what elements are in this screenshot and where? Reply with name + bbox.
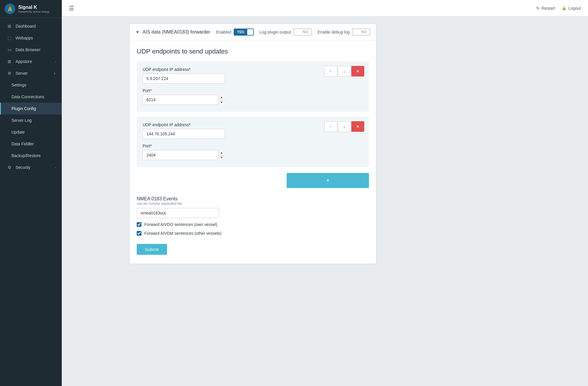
nmea-title: NMEA 0183 Events	[137, 196, 369, 202]
nmea-subtitle: can be comma separated list	[137, 202, 369, 206]
sidebar-item-data-fiddler[interactable]: Data Fiddler	[0, 138, 62, 150]
move-up-button-1[interactable]: ↑	[324, 66, 337, 76]
dashboard-icon: ⊞	[7, 24, 12, 29]
checkbox-aivdm[interactable]	[137, 231, 141, 236]
endpoint-block-2: ↑ ↓ ✕ UDP endpoint IP address* Port*	[137, 117, 369, 167]
section-title: UDP endpoints to send updates	[137, 48, 369, 55]
checkbox-aivdm-label: Forward AIVDM sentences (other vessels)	[144, 231, 221, 236]
delete-button-1[interactable]: ✕	[351, 66, 364, 76]
debug-toggle-group: Enable debug log NO	[318, 29, 370, 36]
log-plugin-label: Log plugin output	[260, 30, 291, 34]
enabled-label: Enabled	[216, 30, 231, 34]
sidebar-item-data-browser[interactable]: ▭ Data Browser	[0, 44, 62, 56]
sidebar: Signal K Powered by victron energy ⊞ Das…	[0, 0, 62, 386]
port-up-2[interactable]: ▲	[218, 150, 225, 155]
sidebar-item-label: Update	[11, 130, 25, 134]
endpoint-controls-1: ↑ ↓ ✕	[324, 66, 364, 76]
sidebar-nav: ⊞ Dashboard ⬚ Webapps ▭ Data Browser ⊠ A…	[0, 18, 62, 386]
ip-input-2[interactable]	[143, 129, 225, 139]
sidebar-item-label: Server	[16, 71, 28, 76]
sidebar-item-label: Server Log	[11, 118, 31, 123]
delete-button-2[interactable]: ✕	[351, 121, 364, 132]
sidebar-item-server-log[interactable]: Server Log	[0, 114, 62, 126]
sidebar-item-update[interactable]: Update	[0, 126, 62, 138]
app-title: Signal K	[18, 4, 50, 10]
enabled-toggle-group: Enabled YES	[216, 29, 253, 36]
webapps-icon: ⬚	[7, 36, 12, 40]
add-endpoint-button[interactable]: +	[287, 173, 369, 188]
checkbox-aivdo-row[interactable]: Forward AIVDO sentences (own vessel)	[137, 222, 369, 227]
collapse-icon[interactable]: ▼	[136, 30, 140, 34]
submit-button[interactable]: Submit	[137, 244, 167, 255]
security-chevron-icon: ›	[55, 166, 56, 169]
add-btn-row: +	[137, 172, 369, 188]
server-icon: ⚙	[7, 71, 12, 76]
sidebar-item-label: Settings	[11, 83, 26, 87]
sidebar-item-plugin-config[interactable]: Plugin Config	[0, 103, 62, 114]
nmea-events-input[interactable]	[137, 208, 219, 218]
port-spinners-1: ▲ ▼	[218, 95, 225, 105]
port-field-group-1: Port* ▲ ▼	[143, 88, 363, 105]
move-down-button-1[interactable]: ↓	[338, 66, 351, 76]
enabled-toggle[interactable]: YES	[234, 29, 254, 36]
log-toggle-no[interactable]: NO	[300, 29, 311, 35]
sidebar-item-label: Data Fiddler	[11, 142, 34, 146]
sidebar-item-label: Appstore	[16, 59, 32, 64]
toggle-no[interactable]	[247, 31, 253, 33]
endpoint-block-1: ↑ ↓ ✕ UDP endpoint IP address* Port*	[137, 61, 369, 112]
port-down-2[interactable]: ▼	[218, 155, 225, 160]
logo-text: Signal K Powered by victron energy	[18, 4, 50, 13]
log-plugin-toggle[interactable]: NO	[293, 29, 312, 36]
port-up-1[interactable]: ▲	[218, 95, 225, 100]
sidebar-item-label: Backup/Restore	[11, 153, 41, 158]
sidebar-item-label: Plugin Config	[11, 106, 36, 111]
endpoint-controls-2: ↑ ↓ ✕	[324, 121, 364, 132]
sidebar-item-label: Dashboard	[16, 24, 36, 29]
data-browser-icon: ▭	[7, 47, 12, 52]
sidebar-item-server[interactable]: ⚙ Server ∨	[0, 67, 62, 79]
sidebar-item-label: Data Connections	[11, 94, 44, 99]
plugin-header: ▼ AIS data (NMEA0183) forwarder Enabled …	[130, 24, 376, 41]
port-spinners-2: ▲ ▼	[218, 150, 225, 160]
log-toggle-yes[interactable]	[294, 31, 300, 33]
logo-icon	[5, 4, 15, 14]
toggle-yes[interactable]: YES	[234, 29, 247, 35]
checkbox-aivdm-row[interactable]: Forward AIVDM sentences (other vessels)	[137, 231, 369, 236]
debug-log-toggle[interactable]: NO	[352, 29, 370, 36]
chevron-icon: ›	[55, 60, 56, 63]
port-wrapper-1: ▲ ▼	[143, 95, 225, 105]
sidebar-item-label: Data Browser	[16, 47, 41, 52]
sidebar-item-label: Security	[16, 165, 31, 170]
sidebar-item-backup-restore[interactable]: Backup/Restore	[0, 150, 62, 162]
debug-toggle-no[interactable]: NO	[358, 29, 370, 35]
port-down-1[interactable]: ▼	[218, 100, 225, 105]
sidebar-item-dashboard[interactable]: ⊞ Dashboard	[0, 20, 62, 32]
sidebar-item-data-connections[interactable]: Data Connections	[0, 91, 62, 103]
sidebar-item-appstore[interactable]: ⊠ Appstore ›	[0, 56, 62, 67]
nmea-section: NMEA 0183 Events can be comma separated …	[137, 196, 369, 236]
app-subtitle: Powered by victron energy	[18, 10, 50, 13]
checkbox-aivdo[interactable]	[137, 222, 141, 227]
sidebar-item-webapps[interactable]: ⬚ Webapps	[0, 32, 62, 44]
sidebar-header: Signal K Powered by victron energy	[0, 0, 62, 18]
port-input-1[interactable]	[143, 95, 225, 105]
appstore-icon: ⊠	[7, 59, 12, 64]
plugin-body: UDP endpoints to send updates ↑ ↓ ✕ UDP …	[130, 41, 376, 264]
sidebar-item-settings[interactable]: Settings	[0, 79, 62, 91]
sidebar-item-label: Webapps	[16, 36, 33, 40]
port-label-1: Port*	[143, 88, 363, 93]
main-content: ☰ ↻ Restart 🔒 Logout ▼ AIS data (NMEA018…	[123, 16, 382, 386]
port-wrapper-2: ▲ ▼	[143, 150, 225, 160]
log-toggle-group: Log plugin output NO	[260, 29, 312, 36]
move-down-button-2[interactable]: ↓	[338, 121, 351, 132]
port-label-2: Port*	[143, 144, 363, 148]
chevron-down-icon: ∨	[54, 71, 56, 75]
ip-input-1[interactable]	[143, 74, 225, 84]
move-up-button-2[interactable]: ↑	[324, 121, 337, 132]
checkbox-aivdo-label: Forward AIVDO sentences (own vessel)	[144, 222, 217, 227]
sidebar-item-security[interactable]: ⚙ Security ›	[0, 162, 62, 173]
port-input-2[interactable]	[143, 150, 225, 160]
port-field-group-2: Port* ▲ ▼	[143, 144, 363, 160]
plugin-title-row: ▼ AIS data (NMEA0183) forwarder	[136, 29, 210, 35]
debug-toggle-yes[interactable]	[353, 31, 358, 33]
